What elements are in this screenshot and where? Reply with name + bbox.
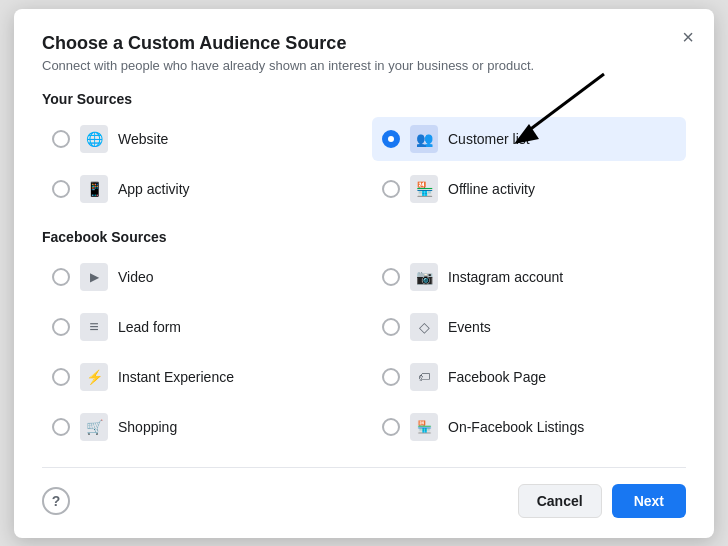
radio-facebook-page <box>382 368 400 386</box>
option-customer-list[interactable]: 👥 Customer list <box>372 117 686 161</box>
option-shopping[interactable]: 🛒 Shopping <box>42 405 356 449</box>
instagram-label: Instagram account <box>448 269 563 285</box>
option-instant-experience[interactable]: ⚡ Instant Experience <box>42 355 356 399</box>
option-facebook-page[interactable]: 🏷 Facebook Page <box>372 355 686 399</box>
instant-experience-icon: ⚡ <box>80 363 108 391</box>
cancel-button[interactable]: Cancel <box>518 484 602 518</box>
radio-video <box>52 268 70 286</box>
next-button[interactable]: Next <box>612 484 686 518</box>
radio-offline-activity <box>382 180 400 198</box>
app-activity-label: App activity <box>118 181 190 197</box>
events-label: Events <box>448 319 491 335</box>
option-events[interactable]: ◇ Events <box>372 305 686 349</box>
on-facebook-listings-icon: 🏪 <box>410 413 438 441</box>
radio-shopping <box>52 418 70 436</box>
close-button[interactable]: × <box>682 27 694 47</box>
customer-list-label: Customer list <box>448 131 530 147</box>
facebook-sources-grid: ▶ Video 📷 Instagram account ≡ Lead form … <box>42 255 686 449</box>
on-facebook-listings-label: On-Facebook Listings <box>448 419 584 435</box>
option-on-facebook-listings[interactable]: 🏪 On-Facebook Listings <box>372 405 686 449</box>
help-button[interactable]: ? <box>42 487 70 515</box>
facebook-page-label: Facebook Page <box>448 369 546 385</box>
instant-experience-label: Instant Experience <box>118 369 234 385</box>
video-icon: ▶ <box>80 263 108 291</box>
dialog-subtitle: Connect with people who have already sho… <box>42 58 686 73</box>
footer-divider <box>42 467 686 468</box>
radio-events <box>382 318 400 336</box>
radio-instant-experience <box>52 368 70 386</box>
radio-instagram <box>382 268 400 286</box>
your-sources-label: Your Sources <box>42 91 686 107</box>
option-video[interactable]: ▶ Video <box>42 255 356 299</box>
radio-website <box>52 130 70 148</box>
shopping-icon: 🛒 <box>80 413 108 441</box>
offline-activity-label: Offline activity <box>448 181 535 197</box>
video-label: Video <box>118 269 154 285</box>
instagram-icon: 📷 <box>410 263 438 291</box>
dialog-title: Choose a Custom Audience Source <box>42 33 686 54</box>
footer-actions: Cancel Next <box>518 484 686 518</box>
dialog-header: Choose a Custom Audience Source Connect … <box>42 33 686 73</box>
radio-customer-list <box>382 130 400 148</box>
website-icon: 🌐 <box>80 125 108 153</box>
option-app-activity[interactable]: 📱 App activity <box>42 167 356 211</box>
customer-list-icon: 👥 <box>410 125 438 153</box>
option-instagram-account[interactable]: 📷 Instagram account <box>372 255 686 299</box>
website-label: Website <box>118 131 168 147</box>
lead-form-icon: ≡ <box>80 313 108 341</box>
your-sources-grid: 🌐 Website 👥 Customer list 📱 App activity… <box>42 117 686 211</box>
shopping-label: Shopping <box>118 419 177 435</box>
dialog-footer: ? Cancel Next <box>42 484 686 518</box>
lead-form-label: Lead form <box>118 319 181 335</box>
app-activity-icon: 📱 <box>80 175 108 203</box>
custom-audience-dialog: Choose a Custom Audience Source Connect … <box>14 9 714 538</box>
option-lead-form[interactable]: ≡ Lead form <box>42 305 356 349</box>
radio-lead-form <box>52 318 70 336</box>
events-icon: ◇ <box>410 313 438 341</box>
facebook-page-icon: 🏷 <box>410 363 438 391</box>
facebook-sources-label: Facebook Sources <box>42 229 686 245</box>
radio-app-activity <box>52 180 70 198</box>
option-offline-activity[interactable]: 🏪 Offline activity <box>372 167 686 211</box>
option-website[interactable]: 🌐 Website <box>42 117 356 161</box>
offline-activity-icon: 🏪 <box>410 175 438 203</box>
radio-on-facebook-listings <box>382 418 400 436</box>
